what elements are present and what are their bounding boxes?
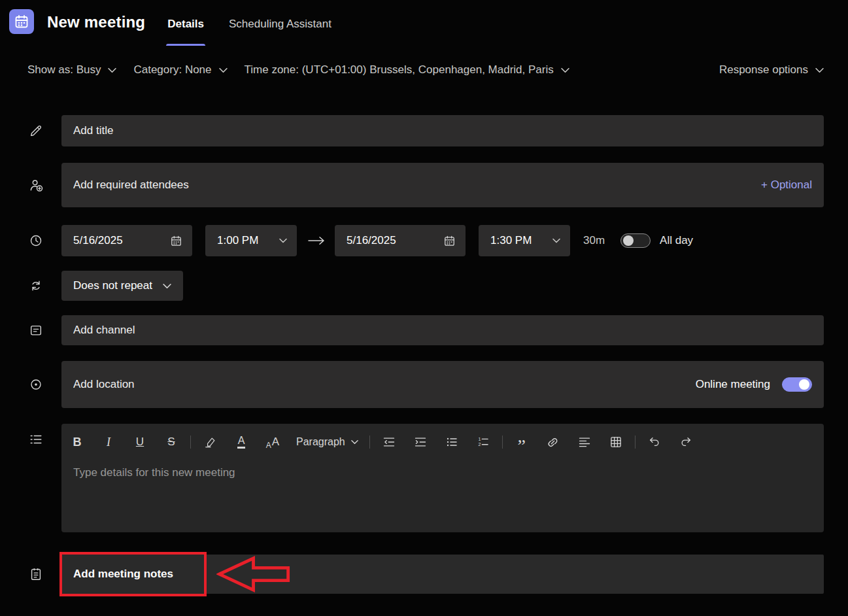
- red-arrow-annotation: [216, 556, 292, 592]
- paragraph-style-dropdown[interactable]: Paragraph: [288, 432, 366, 452]
- meeting-notes-label: Add meeting notes: [73, 568, 173, 581]
- toolbar-divider: [502, 436, 503, 449]
- chevron-down-icon: [279, 238, 287, 243]
- add-optional-attendees-link[interactable]: + Optional: [761, 179, 812, 192]
- indent-icon: [414, 436, 427, 449]
- timezone-label: Time zone: (UTC+01:00) Brussels, Copenha…: [245, 63, 554, 77]
- chevron-down-icon: [815, 67, 824, 73]
- recurrence-row: Does not repeat: [0, 271, 824, 301]
- arrow-right-icon: [307, 235, 326, 246]
- required-attendees-input[interactable]: [73, 179, 751, 192]
- font-size-button[interactable]: A A: [257, 432, 288, 452]
- link-button[interactable]: [537, 432, 569, 452]
- online-meeting-control: Online meeting: [696, 377, 812, 392]
- redo-button[interactable]: [670, 432, 702, 452]
- numbered-list-icon: 1 2: [477, 436, 490, 449]
- start-time-value: 1:00 PM: [217, 234, 258, 247]
- channel-field: [61, 315, 824, 345]
- numbered-list-button[interactable]: 1 2: [467, 432, 499, 452]
- attendees-field: + Optional: [61, 163, 824, 207]
- chevron-down-icon: [219, 67, 228, 73]
- toggle-knob: [623, 235, 634, 246]
- online-meeting-label: Online meeting: [696, 378, 770, 391]
- underline-button[interactable]: U: [124, 432, 156, 452]
- channel-input[interactable]: [73, 324, 812, 337]
- chevron-down-icon: [561, 67, 569, 73]
- toolbar-divider: [190, 436, 191, 449]
- end-time-dropdown[interactable]: 1:30 PM: [479, 225, 570, 256]
- paragraph-style-value: Paragraph: [296, 436, 345, 448]
- text-align-button[interactable]: [569, 432, 600, 452]
- quote-button[interactable]: ”: [506, 432, 537, 452]
- tab-details[interactable]: Details: [166, 16, 205, 46]
- location-row: Online meeting: [0, 361, 824, 408]
- end-date-field[interactable]: 5/16/2025: [335, 225, 466, 256]
- strikethrough-button[interactable]: S: [156, 432, 187, 452]
- recurrence-value: Does not repeat: [73, 279, 152, 292]
- start-date-field[interactable]: 5/16/2025: [61, 225, 192, 256]
- details-editor-area[interactable]: Type details for this new meeting: [61, 455, 824, 490]
- start-time-dropdown[interactable]: 1:00 PM: [205, 225, 297, 256]
- notes-icon: [0, 567, 61, 581]
- response-options-dropdown[interactable]: Response options: [719, 63, 824, 77]
- all-day-toggle[interactable]: [620, 233, 651, 248]
- link-icon: [546, 436, 560, 449]
- category-label: Category: None: [133, 63, 211, 77]
- calendar-glyph-icon: [14, 14, 29, 29]
- title-input[interactable]: [73, 124, 812, 137]
- chevron-down-icon: [351, 439, 358, 445]
- chevron-down-icon: [108, 67, 116, 73]
- location-field: Online meeting: [61, 361, 824, 408]
- editor-toolbar: B I U S A A A Paragraph: [61, 424, 824, 455]
- text-align-icon: [578, 436, 591, 449]
- table-icon: [609, 436, 622, 449]
- duration-label: 30m: [583, 234, 605, 247]
- bullet-list-button[interactable]: [436, 432, 467, 452]
- tab-bar: Details Scheduling Assistant: [166, 16, 333, 46]
- add-meeting-notes-button[interactable]: Add meeting notes: [61, 555, 824, 594]
- quote-glyph: ”: [518, 442, 526, 449]
- category-dropdown[interactable]: Category: None: [133, 63, 227, 77]
- datetime-row: 5/16/2025 1:00 PM 5/16/2025 1:30 PM 30m: [0, 225, 824, 256]
- start-date-value: 5/16/2025: [73, 234, 123, 247]
- tab-scheduling-assistant[interactable]: Scheduling Assistant: [228, 16, 333, 46]
- svg-text:1: 1: [478, 437, 481, 442]
- outdent-icon: [382, 436, 396, 449]
- online-meeting-toggle[interactable]: [782, 377, 812, 392]
- details-row: B I U S A A A Paragraph: [0, 424, 824, 532]
- toolbar-divider: [369, 436, 370, 449]
- page-title: New meeting: [47, 13, 145, 31]
- font-color-glyph: A: [237, 436, 246, 449]
- location-input[interactable]: [73, 378, 696, 391]
- end-time-value: 1:30 PM: [490, 234, 532, 247]
- font-color-button[interactable]: A: [226, 432, 257, 452]
- bold-button[interactable]: B: [61, 432, 93, 452]
- bullet-list-icon: [445, 436, 458, 449]
- location-icon: [0, 377, 61, 392]
- highlighter-button[interactable]: [194, 432, 226, 452]
- meeting-notes-row: Add meeting notes: [0, 555, 824, 594]
- font-size-large-glyph: A: [272, 436, 279, 449]
- list-details-icon: [0, 432, 61, 447]
- recurrence-dropdown[interactable]: Does not repeat: [61, 271, 183, 301]
- undo-button[interactable]: [639, 432, 670, 452]
- title-field: [61, 115, 824, 146]
- highlighter-icon: [204, 436, 216, 449]
- insert-table-button[interactable]: [600, 432, 632, 452]
- end-date-value: 5/16/2025: [347, 234, 396, 247]
- clock-icon: [0, 233, 61, 248]
- timezone-dropdown[interactable]: Time zone: (UTC+01:00) Brussels, Copenha…: [245, 63, 569, 77]
- outdent-button[interactable]: [373, 432, 405, 452]
- channel-icon: [0, 323, 61, 337]
- show-as-dropdown[interactable]: Show as: Busy: [27, 63, 116, 77]
- header: New meeting Details Scheduling Assistant: [0, 0, 848, 46]
- indent-button[interactable]: [405, 432, 436, 452]
- italic-button[interactable]: I: [93, 432, 124, 452]
- chevron-down-icon: [552, 238, 560, 243]
- response-options-label: Response options: [719, 63, 808, 77]
- font-size-small-glyph: A: [266, 439, 271, 452]
- redo-icon: [679, 436, 692, 449]
- pencil-icon: [0, 124, 61, 138]
- options-bar: Show as: Busy Category: None Time zone: …: [27, 61, 824, 78]
- svg-text:2: 2: [478, 442, 481, 447]
